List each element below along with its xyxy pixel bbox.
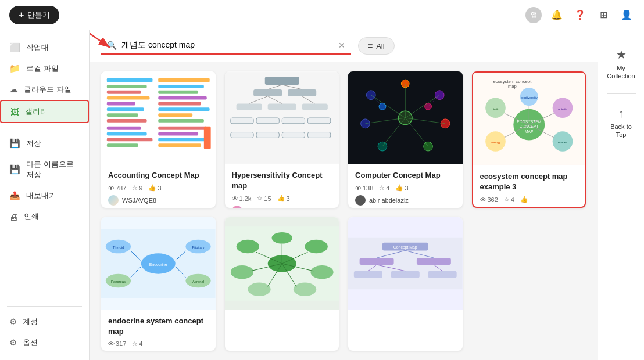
svg-rect-10 — [158, 78, 209, 82]
sidebar-item-options[interactable]: ⚙ 옵션 — [0, 332, 89, 353]
card-thumb-ecosystem: ecosystem concept map ECOSYSTEM CONCEPT … — [473, 73, 585, 165]
card-accounting[interactable]: Accounting Concept Map 👁 787 ☆ 9 👍 3 WSJ… — [101, 71, 216, 208]
search-input[interactable] — [121, 41, 334, 50]
back-top-label: Back to Top — [610, 123, 632, 139]
sidebar-item-print[interactable]: 🖨 인쇄 — [0, 206, 89, 227]
gallery-grid: Accounting Concept Map 👁 787 ☆ 9 👍 3 WSJ… — [90, 62, 598, 360]
save-icon: 💾 — [9, 138, 20, 149]
svg-rect-33 — [302, 103, 327, 110]
export-icon: 📤 — [9, 190, 20, 201]
svg-rect-127 — [428, 271, 457, 278]
sidebar-label-workspace: 작업대 — [26, 42, 49, 53]
sidebar-item-local-files[interactable]: 📁 로컬 파일 — [0, 58, 89, 79]
card-meta-accounting: 👁 787 ☆ 9 👍 3 — [108, 184, 209, 192]
svg-rect-123 — [360, 258, 394, 265]
star-count-ecosystem: ☆ 4 — [504, 196, 514, 203]
svg-rect-36 — [282, 118, 305, 124]
search-box: 🔍 ✕ — [101, 37, 351, 55]
view-count-ecosystem: 👁 362 — [480, 196, 498, 203]
user-icon[interactable]: 👤 — [618, 7, 635, 23]
svg-text:MAP: MAP — [524, 129, 533, 134]
card-body-hypersensitivity: Hypersensitivity Concept map 👁 1.2k ☆ 15… — [225, 164, 339, 208]
sidebar-item-workspace[interactable]: ⬜ 작업대 — [0, 37, 89, 58]
card-ecosystem[interactable]: ecosystem concept map ECOSYSTEM CONCEPT … — [472, 71, 586, 208]
grid-icon[interactable]: ⊞ — [595, 7, 611, 23]
card-endocrine[interactable]: Endocrine Thyroid Pituitary Pancreas Adr… — [101, 217, 216, 351]
svg-rect-6 — [107, 102, 135, 105]
view-count-hypersensitivity: 👁 1.2k — [232, 195, 252, 202]
author-avatar-hypersensitivity — [232, 206, 242, 207]
svg-text:Endocrine: Endocrine — [149, 262, 167, 266]
star-count-endocrine: ☆ 4 — [132, 340, 142, 348]
svg-point-112 — [271, 232, 292, 243]
svg-rect-29 — [253, 89, 282, 96]
svg-rect-40 — [282, 132, 305, 138]
filter-button[interactable]: ≡ All — [358, 37, 395, 55]
filter-label: All — [376, 42, 384, 51]
card-body-endocrine: endocrine system concept map 👁 317 ☆ 4 — [101, 310, 216, 351]
plus-icon: + — [19, 10, 24, 20]
card-author-ecosystem: Oliveettom 💎 — [480, 207, 578, 207]
create-button[interactable]: + 만들기 — [9, 6, 59, 24]
svg-rect-32 — [267, 103, 296, 110]
card-title-endocrine: endocrine system concept map — [108, 316, 209, 337]
sidebar-item-settings[interactable]: ⚙ 계정 — [0, 311, 89, 332]
svg-rect-34 — [230, 118, 253, 124]
svg-rect-39 — [256, 132, 279, 138]
card-author-computer: abir abdelaziz — [355, 195, 456, 206]
card-body-computer: Computer Concept Map 👁 138 ☆ 4 👍 3 abir … — [348, 164, 463, 208]
svg-rect-21 — [107, 143, 138, 147]
sidebar-item-cloud-files[interactable]: ☁ 클라우드 파일 — [0, 79, 89, 100]
topbar: + 만들기 앱 🔔 ❓ ⊞ 👤 — [0, 0, 644, 30]
sidebar-item-export[interactable]: 📤 내보내기 — [0, 185, 89, 206]
card-meta-endocrine: 👁 317 ☆ 4 — [108, 340, 209, 348]
sidebar-item-gallery[interactable]: 🖼 갤러리 — [0, 100, 89, 123]
panel-divider — [607, 93, 636, 94]
card-meta-computer: 👁 138 ☆ 4 👍 3 — [355, 184, 456, 192]
card-body-mind — [225, 310, 339, 340]
svg-rect-13 — [158, 96, 207, 100]
card-thumb-bottom-right: Concept Map — [348, 217, 463, 310]
bell-icon[interactable]: 🔔 — [549, 7, 565, 23]
svg-rect-15 — [158, 107, 209, 111]
svg-rect-23 — [158, 132, 198, 136]
svg-rect-7 — [107, 107, 144, 111]
author-avatar-ecosystem — [480, 207, 491, 207]
card-computer[interactable]: Computer Concept Map 👁 138 ☆ 4 👍 3 abir … — [348, 71, 463, 208]
svg-point-110 — [248, 282, 270, 296]
sidebar-divider — [7, 128, 82, 128]
svg-rect-26 — [204, 127, 211, 149]
svg-point-107 — [305, 239, 327, 253]
svg-text:map: map — [507, 84, 516, 89]
svg-rect-2 — [107, 78, 153, 82]
svg-rect-28 — [264, 77, 299, 85]
back-to-top-button[interactable]: ↑ Back to Top — [602, 101, 641, 145]
svg-text:biodiversity: biodiversity — [520, 96, 537, 99]
sidebar: ⬜ 작업대 📁 로컬 파일 ☁ 클라우드 파일 🖼 갤러리 💾 저장 💾 다른 … — [0, 30, 90, 360]
svg-rect-31 — [236, 103, 262, 110]
svg-point-54 — [424, 142, 433, 151]
print-icon: 🖨 — [9, 212, 18, 222]
app-icon[interactable]: 앱 — [525, 7, 542, 23]
view-count-endocrine: 👁 317 — [108, 340, 126, 347]
svg-rect-124 — [417, 258, 451, 265]
sidebar-item-save[interactable]: 💾 저장 — [0, 133, 89, 154]
sidebar-label-export: 내보내기 — [26, 190, 56, 201]
star-count-accounting: ☆ 9 — [132, 184, 142, 192]
card-mind[interactable] — [225, 217, 339, 351]
svg-point-109 — [310, 265, 333, 279]
sidebar-item-save-as[interactable]: 💾 다른 이름으로 저장 — [0, 154, 89, 185]
sidebar-label-gallery: 갤러리 — [25, 106, 48, 117]
card-hypersensitivity[interactable]: Hypersensitivity Concept map 👁 1.2k ☆ 15… — [225, 71, 339, 208]
svg-rect-12 — [158, 91, 198, 94]
like-count-computer: 👍 3 — [395, 184, 408, 192]
card-bottom-right[interactable]: Concept Map — [348, 217, 463, 351]
like-count-accounting: 👍 3 — [148, 184, 161, 192]
view-count-accounting: 👁 787 — [108, 185, 126, 192]
svg-rect-126 — [391, 271, 420, 278]
card-title-ecosystem: ecosystem concept map example 3 — [480, 171, 578, 192]
my-collection-button[interactable]: ★ My Collection — [602, 42, 641, 87]
back-top-icon: ↑ — [618, 107, 624, 120]
clear-search-icon[interactable]: ✕ — [338, 41, 345, 50]
question-icon[interactable]: ❓ — [572, 7, 588, 23]
